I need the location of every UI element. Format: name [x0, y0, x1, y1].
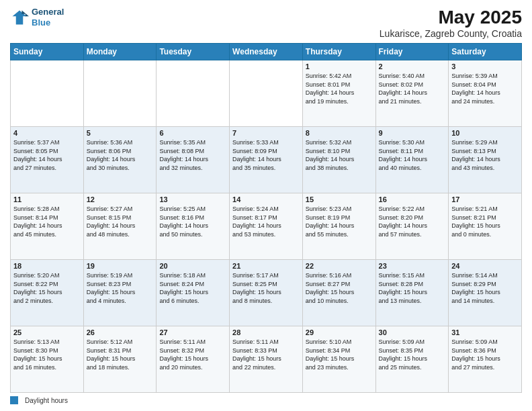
cell-sun-info: Sunrise: 5:14 AM Sunset: 8:29 PM Dayligh…: [451, 271, 519, 305]
calendar-cell: 31Sunrise: 5:09 AM Sunset: 8:36 PM Dayli…: [449, 326, 522, 393]
day-header-tuesday: Tuesday: [157, 44, 230, 60]
calendar-cell: 22Sunrise: 5:16 AM Sunset: 8:27 PM Dayli…: [302, 260, 375, 326]
day-number: 2: [379, 62, 446, 71]
cell-sun-info: Sunrise: 5:19 AM Sunset: 8:23 PM Dayligh…: [87, 271, 154, 305]
calendar-cell: 25Sunrise: 5:13 AM Sunset: 8:30 PM Dayli…: [11, 326, 84, 393]
cell-sun-info: Sunrise: 5:40 AM Sunset: 8:02 PM Dayligh…: [379, 72, 446, 105]
calendar-cell: 15Sunrise: 5:23 AM Sunset: 8:19 PM Dayli…: [302, 193, 375, 260]
calendar-cell: [83, 60, 157, 127]
cell-sun-info: Sunrise: 5:32 AM Sunset: 8:10 PM Dayligh…: [306, 138, 373, 172]
cell-sun-info: Sunrise: 5:36 AM Sunset: 8:06 PM Dayligh…: [87, 138, 154, 172]
day-number: 5: [87, 129, 154, 137]
day-number: 28: [232, 328, 300, 336]
calendar-cell: 28Sunrise: 5:11 AM Sunset: 8:33 PM Dayli…: [230, 326, 303, 393]
cell-sun-info: Sunrise: 5:16 AM Sunset: 8:27 PM Dayligh…: [306, 271, 373, 305]
cell-sun-info: Sunrise: 5:09 AM Sunset: 8:36 PM Dayligh…: [451, 338, 519, 371]
cell-sun-info: Sunrise: 5:23 AM Sunset: 8:19 PM Dayligh…: [306, 205, 373, 238]
cell-sun-info: Sunrise: 5:13 AM Sunset: 8:30 PM Dayligh…: [13, 338, 81, 371]
cell-sun-info: Sunrise: 5:20 AM Sunset: 8:22 PM Dayligh…: [13, 271, 81, 305]
day-number: 16: [379, 195, 446, 203]
cell-sun-info: Sunrise: 5:29 AM Sunset: 8:13 PM Dayligh…: [451, 138, 519, 172]
day-header-thursday: Thursday: [302, 44, 375, 60]
title-block: May 2025 Lukarisce, Zagreb County, Croat…: [380, 7, 522, 39]
day-number: 11: [13, 195, 81, 203]
day-number: 13: [159, 195, 226, 203]
cell-sun-info: Sunrise: 5:39 AM Sunset: 8:04 PM Dayligh…: [451, 72, 519, 105]
day-number: 31: [451, 328, 519, 336]
day-number: 27: [159, 328, 226, 336]
calendar-week-row: 1Sunrise: 5:42 AM Sunset: 8:01 PM Daylig…: [11, 60, 522, 127]
calendar-cell: 21Sunrise: 5:17 AM Sunset: 8:25 PM Dayli…: [230, 260, 303, 326]
cell-sun-info: Sunrise: 5:17 AM Sunset: 8:25 PM Dayligh…: [232, 271, 300, 305]
calendar-cell: 30Sunrise: 5:09 AM Sunset: 8:35 PM Dayli…: [375, 326, 449, 393]
calendar-subtitle: Lukarisce, Zagreb County, Croatia: [380, 28, 522, 39]
legend-box: [10, 396, 18, 404]
calendar-cell: 27Sunrise: 5:11 AM Sunset: 8:32 PM Dayli…: [157, 326, 230, 393]
footer: Daylight hours: [10, 396, 522, 404]
day-number: 9: [379, 129, 446, 137]
logo-text: General Blue: [32, 7, 64, 28]
day-number: 4: [13, 129, 81, 137]
calendar-cell: 3Sunrise: 5:39 AM Sunset: 8:04 PM Daylig…: [449, 60, 522, 127]
day-number: 30: [379, 328, 446, 336]
calendar-cell: 4Sunrise: 5:37 AM Sunset: 8:05 PM Daylig…: [11, 127, 84, 193]
svg-marker-0: [13, 10, 27, 24]
cell-sun-info: Sunrise: 5:24 AM Sunset: 8:17 PM Dayligh…: [232, 205, 300, 238]
calendar-cell: [11, 60, 84, 127]
day-number: 19: [87, 262, 154, 270]
calendar-cell: 17Sunrise: 5:21 AM Sunset: 8:21 PM Dayli…: [449, 193, 522, 260]
calendar-cell: [157, 60, 230, 127]
cell-sun-info: Sunrise: 5:37 AM Sunset: 8:05 PM Dayligh…: [13, 138, 81, 172]
calendar-cell: [230, 60, 303, 127]
day-number: 8: [306, 129, 373, 137]
calendar-cell: 8Sunrise: 5:32 AM Sunset: 8:10 PM Daylig…: [302, 127, 375, 193]
day-number: 23: [379, 262, 446, 270]
cell-sun-info: Sunrise: 5:11 AM Sunset: 8:33 PM Dayligh…: [232, 338, 300, 371]
cell-sun-info: Sunrise: 5:30 AM Sunset: 8:11 PM Dayligh…: [379, 138, 446, 172]
calendar-cell: 18Sunrise: 5:20 AM Sunset: 8:22 PM Dayli…: [11, 260, 84, 326]
cell-sun-info: Sunrise: 5:22 AM Sunset: 8:20 PM Dayligh…: [379, 205, 446, 238]
header: General Blue May 2025 Lukarisce, Zagreb …: [10, 7, 522, 39]
calendar-cell: 10Sunrise: 5:29 AM Sunset: 8:13 PM Dayli…: [449, 127, 522, 193]
day-number: 18: [13, 262, 81, 270]
calendar-cell: 6Sunrise: 5:35 AM Sunset: 8:08 PM Daylig…: [157, 127, 230, 193]
day-number: 1: [306, 62, 373, 71]
calendar-cell: 14Sunrise: 5:24 AM Sunset: 8:17 PM Dayli…: [230, 193, 303, 260]
calendar-week-row: 11Sunrise: 5:28 AM Sunset: 8:14 PM Dayli…: [11, 193, 522, 260]
logo-icon: [10, 8, 29, 27]
day-number: 10: [451, 129, 519, 137]
day-number: 25: [13, 328, 81, 336]
calendar-cell: 5Sunrise: 5:36 AM Sunset: 8:06 PM Daylig…: [83, 127, 157, 193]
cell-sun-info: Sunrise: 5:42 AM Sunset: 8:01 PM Dayligh…: [306, 72, 373, 105]
cell-sun-info: Sunrise: 5:11 AM Sunset: 8:32 PM Dayligh…: [159, 338, 226, 371]
day-number: 29: [306, 328, 373, 336]
cell-sun-info: Sunrise: 5:09 AM Sunset: 8:35 PM Dayligh…: [379, 338, 446, 371]
day-number: 7: [232, 129, 300, 137]
calendar-cell: 11Sunrise: 5:28 AM Sunset: 8:14 PM Dayli…: [11, 193, 84, 260]
calendar-cell: 2Sunrise: 5:40 AM Sunset: 8:02 PM Daylig…: [375, 60, 449, 127]
cell-sun-info: Sunrise: 5:27 AM Sunset: 8:15 PM Dayligh…: [87, 205, 154, 238]
calendar-cell: 1Sunrise: 5:42 AM Sunset: 8:01 PM Daylig…: [302, 60, 375, 127]
cell-sun-info: Sunrise: 5:25 AM Sunset: 8:16 PM Dayligh…: [159, 205, 226, 238]
cell-sun-info: Sunrise: 5:15 AM Sunset: 8:28 PM Dayligh…: [379, 271, 446, 305]
page: General Blue May 2025 Lukarisce, Zagreb …: [0, 0, 532, 411]
legend-label: Daylight hours: [25, 397, 68, 404]
calendar-cell: 9Sunrise: 5:30 AM Sunset: 8:11 PM Daylig…: [375, 127, 449, 193]
calendar-title: May 2025: [380, 7, 522, 28]
calendar-cell: 24Sunrise: 5:14 AM Sunset: 8:29 PM Dayli…: [449, 260, 522, 326]
calendar-cell: 26Sunrise: 5:12 AM Sunset: 8:31 PM Dayli…: [83, 326, 157, 393]
logo: General Blue: [10, 7, 64, 28]
day-number: 14: [232, 195, 300, 203]
calendar-cell: 12Sunrise: 5:27 AM Sunset: 8:15 PM Dayli…: [83, 193, 157, 260]
day-number: 21: [232, 262, 300, 270]
cell-sun-info: Sunrise: 5:21 AM Sunset: 8:21 PM Dayligh…: [451, 205, 519, 238]
calendar-header-row: SundayMondayTuesdayWednesdayThursdayFrid…: [11, 44, 522, 60]
day-number: 20: [159, 262, 226, 270]
day-number: 17: [451, 195, 519, 203]
calendar-cell: 20Sunrise: 5:18 AM Sunset: 8:24 PM Dayli…: [157, 260, 230, 326]
calendar-cell: 16Sunrise: 5:22 AM Sunset: 8:20 PM Dayli…: [375, 193, 449, 260]
day-header-sunday: Sunday: [11, 44, 84, 60]
day-header-friday: Friday: [375, 44, 449, 60]
calendar-cell: 7Sunrise: 5:33 AM Sunset: 8:09 PM Daylig…: [230, 127, 303, 193]
cell-sun-info: Sunrise: 5:18 AM Sunset: 8:24 PM Dayligh…: [159, 271, 226, 305]
